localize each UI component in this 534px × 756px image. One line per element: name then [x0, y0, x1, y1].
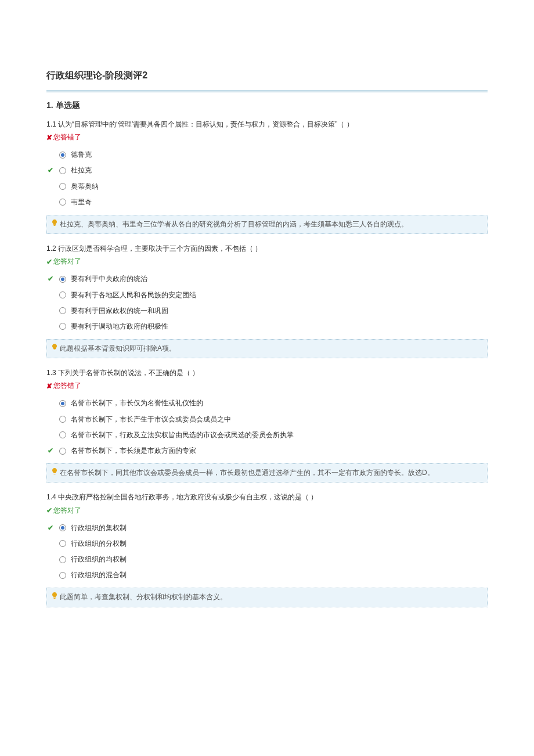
option-row[interactable]: 行政组织的混合制	[46, 567, 488, 583]
radio-icon[interactable]	[59, 323, 66, 330]
option-text: 韦里奇	[71, 197, 92, 208]
radio-icon[interactable]	[59, 431, 66, 438]
option-row[interactable]: 要有利于调动地方政府的积极性	[46, 319, 488, 334]
cross-icon: ✘	[46, 134, 52, 142]
option-row[interactable]: ✔行政组织的集权制	[46, 520, 488, 536]
radio-icon[interactable]	[59, 416, 66, 423]
correct-mark-icon: ✔	[46, 445, 55, 456]
option-row[interactable]: 行政组织的分权制	[46, 536, 488, 552]
feedback-text: 您答错了	[53, 132, 81, 142]
feedback-wrong: ✘您答错了	[46, 132, 488, 142]
option-row[interactable]: 要有利于国家政权的统一和巩固	[46, 303, 488, 319]
option-text: 名誉市长制下，行政及立法实权皆由民选的市议会或民选的委员会所执掌	[71, 430, 294, 441]
option-text: 德鲁克	[71, 149, 92, 160]
radio-icon[interactable]	[59, 448, 66, 455]
lightbulb-icon	[52, 467, 57, 478]
lightbulb-icon	[52, 219, 57, 230]
radio-icon[interactable]	[59, 556, 66, 563]
hint-text: 此题根据基本背景知识即可排除A项。	[60, 343, 176, 354]
correct-mark-icon: ✔	[46, 165, 55, 176]
page-title: 行政组织理论-阶段测评2	[46, 70, 488, 82]
question-block: 1.1 认为“目标管理中的‘管理’需要具备四个属性：目标认知，责任与权力，资源整…	[46, 119, 488, 234]
radio-icon[interactable]	[59, 307, 66, 314]
option-row[interactable]: 德鲁克	[46, 147, 488, 163]
options-list: 德鲁克✔杜拉克奥蒂奥纳韦里奇	[46, 147, 488, 210]
hint-text: 此题简单，考查集权制、分权制和均权制的基本含义。	[60, 592, 227, 603]
hint-text: 杜拉克、奥蒂奥纳、韦里奇三位学者从各自的研究视角分析了目标管理的内涵，考生须基本…	[60, 219, 408, 230]
radio-icon[interactable]	[59, 540, 66, 547]
option-text: 名誉市长制下，市长仅为名誉性或礼仪性的	[71, 398, 203, 409]
option-row[interactable]: 名誉市长制下，市长产生于市议会或委员会成员之中	[46, 412, 488, 427]
feedback-text: 您答对了	[53, 506, 81, 516]
options-list: ✔行政组织的集权制行政组织的分权制行政组织的均权制行政组织的混合制	[46, 520, 488, 584]
options-list: ✔要有利于中央政府的统治要有利于各地区人民和各民族的安定团结要有利于国家政权的统…	[46, 271, 488, 334]
option-row[interactable]: ✔杜拉克	[46, 163, 488, 178]
question-stem: 1.3 下列关于名誉市长制的说法，不正确的是（ ）	[46, 368, 488, 379]
hint-text: 在名誉市长制下，同其他市议会或委员会成员一样，市长最初也是通过选举产生的，其不一…	[60, 467, 434, 478]
question-block: 1.3 下列关于名誉市长制的说法，不正确的是（ ）✘您答错了名誉市长制下，市长仅…	[46, 368, 488, 483]
hint-box: 此题简单，考查集权制、分权制和均权制的基本含义。	[46, 588, 488, 607]
question-block: 1.4 中央政府严格控制全国各地行政事务，地方政府没有或极少有自主权，这说的是（…	[46, 492, 488, 607]
option-text: 要有利于调动地方政府的积极性	[71, 321, 168, 332]
radio-icon[interactable]	[59, 524, 66, 531]
feedback-right: ✔您答对了	[46, 257, 488, 267]
radio-icon[interactable]	[59, 291, 66, 298]
radio-icon[interactable]	[59, 167, 66, 174]
correct-mark-icon: ✔	[46, 273, 55, 285]
question-stem: 1.1 认为“目标管理中的‘管理’需要具备四个属性：目标认知，责任与权力，资源整…	[46, 119, 488, 130]
option-row[interactable]: 要有利于各地区人民和各民族的安定团结	[46, 287, 488, 303]
lightbulb-icon	[52, 343, 57, 354]
radio-icon[interactable]	[59, 400, 66, 407]
option-text: 行政组织的混合制	[71, 570, 127, 581]
option-text: 行政组织的分权制	[71, 538, 127, 549]
feedback-wrong: ✘您答错了	[46, 381, 488, 391]
option-text: 名誉市长制下，市长产生于市议会或委员会成员之中	[71, 414, 231, 425]
options-list: 名誉市长制下，市长仅为名誉性或礼仪性的名誉市长制下，市长产生于市议会或委员会成员…	[46, 395, 488, 459]
option-row[interactable]: 名誉市长制下，行政及立法实权皆由民选的市议会或民选的委员会所执掌	[46, 427, 488, 443]
correct-mark-icon: ✔	[46, 523, 55, 534]
option-text: 要有利于国家政权的统一和巩固	[71, 305, 168, 316]
check-icon: ✔	[46, 258, 52, 266]
feedback-text: 您答对了	[53, 257, 81, 267]
question-block: 1.2 行政区划是否科学合理，主要取决于三个方面的因素，不包括（ ）✔您答对了✔…	[46, 243, 488, 358]
option-row[interactable]: ✔要有利于中央政府的统治	[46, 271, 488, 287]
option-text: 名誉市长制下，市长须是市政方面的专家	[71, 445, 196, 456]
option-text: 奥蒂奥纳	[71, 181, 99, 192]
option-text: 杜拉克	[71, 165, 92, 176]
radio-icon[interactable]	[59, 152, 66, 159]
option-text: 要有利于各地区人民和各民族的安定团结	[71, 290, 196, 301]
title-divider	[46, 90, 488, 92]
question-stem: 1.4 中央政府严格控制全国各地行政事务，地方政府没有或极少有自主权，这说的是（…	[46, 492, 488, 503]
option-row[interactable]: ✔名誉市长制下，市长须是市政方面的专家	[46, 443, 488, 459]
option-text: 行政组织的均权制	[71, 554, 127, 565]
feedback-right: ✔您答对了	[46, 506, 488, 516]
section-title: 1. 单选题	[46, 100, 488, 111]
hint-box: 在名誉市长制下，同其他市议会或委员会成员一样，市长最初也是通过选举产生的，其不一…	[46, 463, 488, 483]
check-icon: ✔	[46, 506, 52, 514]
cross-icon: ✘	[46, 382, 52, 390]
lightbulb-icon	[52, 592, 57, 603]
feedback-text: 您答错了	[53, 381, 81, 391]
radio-icon[interactable]	[59, 183, 66, 190]
option-text: 行政组织的集权制	[71, 523, 127, 534]
option-row[interactable]: 韦里奇	[46, 195, 488, 210]
question-stem: 1.2 行政区划是否科学合理，主要取决于三个方面的因素，不包括（ ）	[46, 243, 488, 254]
radio-icon[interactable]	[59, 572, 66, 579]
hint-box: 杜拉克、奥蒂奥纳、韦里奇三位学者从各自的研究视角分析了目标管理的内涵，考生须基本…	[46, 215, 488, 234]
option-row[interactable]: 奥蒂奥纳	[46, 179, 488, 195]
option-text: 要有利于中央政府的统治	[71, 273, 147, 285]
radio-icon[interactable]	[59, 276, 66, 283]
hint-box: 此题根据基本背景知识即可排除A项。	[46, 339, 488, 358]
option-row[interactable]: 名誉市长制下，市长仅为名誉性或礼仪性的	[46, 395, 488, 411]
radio-icon[interactable]	[59, 199, 66, 206]
option-row[interactable]: 行政组织的均权制	[46, 552, 488, 567]
